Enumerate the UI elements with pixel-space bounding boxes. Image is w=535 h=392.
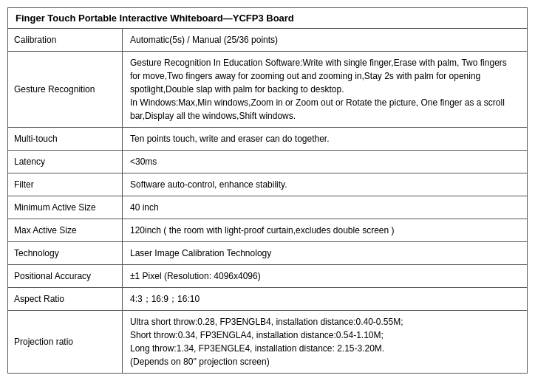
row-value: 4:3；16:9；16:10 (123, 288, 527, 310)
row-label: Projection ratio (8, 311, 123, 373)
row-value: Ultra short throw:0.28, FP3ENGLB4, insta… (123, 311, 527, 373)
table-title: Finger Touch Portable Interactive Whiteb… (8, 8, 527, 29)
table-row: Latency<30ms (8, 151, 527, 173)
row-value: Automatic(5s) / Manual (25/36 points) (123, 29, 527, 51)
table-row: Positional Accuracy±1 Pixel (Resolution:… (8, 265, 527, 288)
row-label: Latency (8, 151, 123, 173)
row-label: Filter (8, 173, 123, 196)
row-label: Minimum Active Size (8, 196, 123, 219)
row-value: 40 inch (123, 196, 527, 219)
table-row: Max Active Size120inch ( the room with l… (8, 219, 527, 242)
table-row: Aspect Ratio4:3；16:9；16:10 (8, 288, 527, 311)
row-label: Positional Accuracy (8, 265, 123, 287)
row-label: Aspect Ratio (8, 288, 123, 310)
table-row: CalibrationAutomatic(5s) / Manual (25/36… (8, 29, 527, 52)
row-label: Multi-touch (8, 128, 123, 150)
spec-table: Finger Touch Portable Interactive Whiteb… (7, 7, 528, 374)
table-row: Minimum Active Size40 inch (8, 196, 527, 219)
row-label: Max Active Size (8, 219, 123, 241)
table-row: Gesture RecognitionGesture Recognition I… (8, 52, 527, 128)
row-value: Ten points touch, write and eraser can d… (123, 128, 527, 150)
row-value: 120inch ( the room with light-proof curt… (123, 219, 527, 241)
table-row: TechnologyLaser Image Calibration Techno… (8, 242, 527, 265)
row-value: <30ms (123, 151, 527, 173)
row-value: Software auto-control, enhance stability… (123, 173, 527, 196)
table-row: Projection ratioUltra short throw:0.28, … (8, 311, 527, 373)
row-label: Technology (8, 242, 123, 264)
row-label: Calibration (8, 29, 123, 51)
row-value: ±1 Pixel (Resolution: 4096x4096) (123, 265, 527, 287)
table-row: Multi-touchTen points touch, write and e… (8, 128, 527, 151)
row-value: Gesture Recognition In Education Softwar… (123, 52, 527, 127)
row-label: Gesture Recognition (8, 52, 123, 127)
row-value: Laser Image Calibration Technology (123, 242, 527, 264)
table-row: FilterSoftware auto-control, enhance sta… (8, 173, 527, 196)
